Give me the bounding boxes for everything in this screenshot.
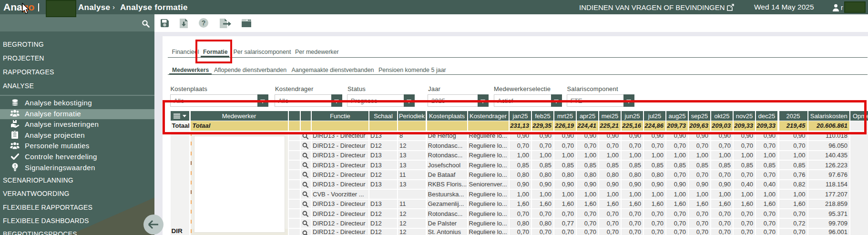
svg-text:?: ? xyxy=(202,19,206,27)
